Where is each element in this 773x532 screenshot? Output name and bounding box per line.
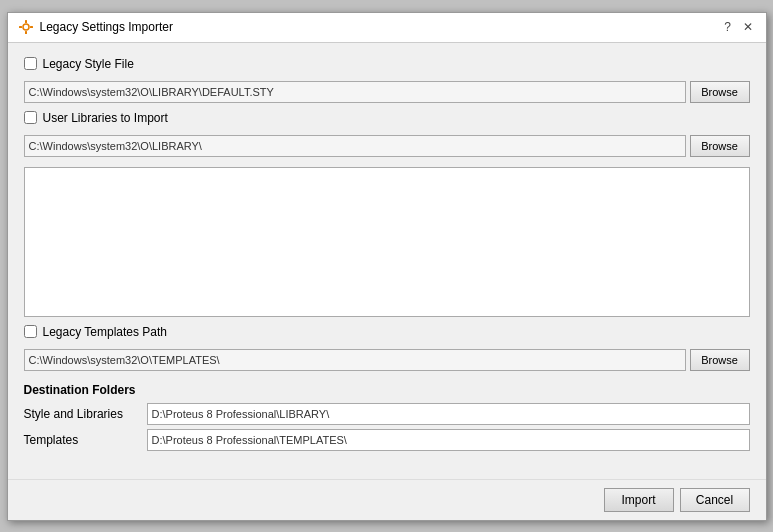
title-bar-controls: ? ✕ xyxy=(720,19,756,35)
dialog-content: Legacy Style File Browse User Libraries … xyxy=(8,43,766,469)
style-libraries-input[interactable] xyxy=(147,403,750,425)
title-bar: Legacy Settings Importer ? ✕ xyxy=(8,13,766,43)
style-libraries-row: Style and Libraries xyxy=(24,403,750,425)
user-libraries-section: User Libraries to Import xyxy=(24,111,750,125)
svg-rect-1 xyxy=(25,20,27,23)
legacy-style-file-row: Browse xyxy=(24,81,750,103)
destination-folders-section: Destination Folders Style and Libraries … xyxy=(24,383,750,455)
title-bar-left: Legacy Settings Importer xyxy=(18,19,173,35)
legacy-style-file-input[interactable] xyxy=(24,81,686,103)
window-title: Legacy Settings Importer xyxy=(40,20,173,34)
legacy-style-browse-button[interactable]: Browse xyxy=(690,81,750,103)
user-libraries-input[interactable] xyxy=(24,135,686,157)
user-libraries-checkbox[interactable] xyxy=(24,111,37,124)
templates-dest-input[interactable] xyxy=(147,429,750,451)
help-button[interactable]: ? xyxy=(720,19,736,35)
templates-row: Templates xyxy=(24,429,750,451)
user-libraries-row: Browse xyxy=(24,135,750,157)
legacy-templates-input[interactable] xyxy=(24,349,686,371)
button-row: Import Cancel xyxy=(8,479,766,520)
cancel-button[interactable]: Cancel xyxy=(680,488,750,512)
legacy-templates-row: Browse xyxy=(24,349,750,371)
user-libraries-label: User Libraries to Import xyxy=(43,111,168,125)
legacy-style-file-label: Legacy Style File xyxy=(43,57,134,71)
library-list[interactable] xyxy=(24,167,750,317)
templates-dest-label: Templates xyxy=(24,433,139,447)
svg-rect-3 xyxy=(19,26,22,28)
legacy-style-file-checkbox[interactable] xyxy=(24,57,37,70)
svg-rect-2 xyxy=(25,31,27,34)
dialog-window: Legacy Settings Importer ? ✕ Legacy Styl… xyxy=(7,12,767,521)
close-button[interactable]: ✕ xyxy=(740,19,756,35)
destination-folders-title: Destination Folders xyxy=(24,383,750,397)
import-button[interactable]: Import xyxy=(604,488,674,512)
legacy-templates-label: Legacy Templates Path xyxy=(43,325,168,339)
legacy-templates-checkbox[interactable] xyxy=(24,325,37,338)
style-libraries-label: Style and Libraries xyxy=(24,407,139,421)
settings-icon xyxy=(18,19,34,35)
svg-point-0 xyxy=(23,24,29,30)
svg-rect-4 xyxy=(30,26,33,28)
legacy-templates-browse-button[interactable]: Browse xyxy=(690,349,750,371)
legacy-style-file-section: Legacy Style File xyxy=(24,57,750,71)
legacy-templates-section: Legacy Templates Path xyxy=(24,325,750,339)
user-libraries-browse-button[interactable]: Browse xyxy=(690,135,750,157)
